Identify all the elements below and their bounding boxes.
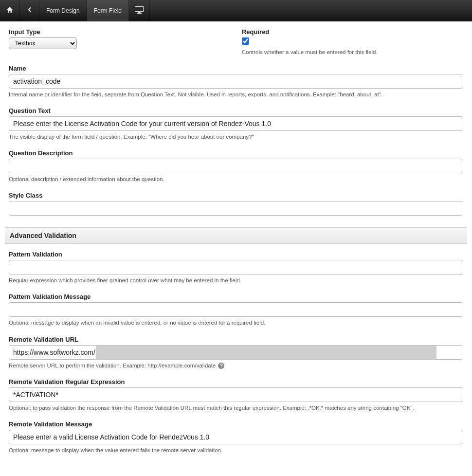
pattern-msg-label: Pattern Validation Message xyxy=(9,293,463,300)
advanced-validation-header: Advanced Validation xyxy=(5,227,467,244)
chevron-left-icon xyxy=(26,6,33,15)
help-icon[interactable]: ? xyxy=(218,363,224,369)
monitor-icon xyxy=(135,6,144,15)
name-input[interactable] xyxy=(9,74,463,89)
remote-regex-help: Optional: to pass validation the respons… xyxy=(9,404,463,412)
name-help: Internal name or identifier for the fiel… xyxy=(9,91,463,98)
remote-msg-label: Remote Validation Message xyxy=(9,421,463,428)
remote-msg-help: Optional message to display when the val… xyxy=(9,446,463,454)
name-label: Name xyxy=(9,65,463,72)
input-type-select[interactable]: Textbox xyxy=(9,37,77,49)
topbar: Form Design Form Field xyxy=(0,0,472,21)
question-text-label: Question Text xyxy=(9,107,463,114)
style-class-input[interactable] xyxy=(9,201,463,216)
input-type-label: Input Type xyxy=(9,28,222,36)
tab-label: Form Field xyxy=(94,7,122,14)
question-desc-input[interactable] xyxy=(9,159,463,173)
question-desc-help: Optional description / extended informat… xyxy=(9,175,463,183)
question-desc-label: Question Description xyxy=(9,149,463,157)
pattern-input[interactable] xyxy=(9,260,463,275)
remote-url-label: Remote Validation URL xyxy=(9,336,463,343)
question-text-input[interactable] xyxy=(9,116,463,131)
form-field-editor: Input Type Textbox Required Controls whe… xyxy=(0,21,472,476)
required-checkbox[interactable] xyxy=(242,37,249,45)
question-text-help: The visible display of the form field / … xyxy=(9,133,463,141)
preview-button[interactable] xyxy=(129,0,150,21)
remote-url-input[interactable] xyxy=(9,345,463,360)
required-label: Required xyxy=(242,28,463,36)
remote-url-help: Remote server URL to perform the validat… xyxy=(9,362,463,369)
required-help: Controls whether a value must be entered… xyxy=(242,48,463,56)
pattern-help: Regular expression which provides finer … xyxy=(9,276,463,284)
home-button[interactable] xyxy=(0,0,20,21)
remote-msg-input[interactable] xyxy=(9,430,463,444)
pattern-msg-input[interactable] xyxy=(9,302,463,317)
pattern-label: Pattern Validation xyxy=(9,251,463,258)
back-button[interactable] xyxy=(20,0,39,21)
tab-form-field[interactable]: Form Field xyxy=(87,0,129,21)
style-class-label: Style Class xyxy=(9,192,463,199)
tab-label: Form Design xyxy=(46,7,80,14)
remote-regex-label: Remote Validation Regular Expression xyxy=(9,378,463,385)
home-icon xyxy=(6,6,14,15)
tab-form-design[interactable]: Form Design xyxy=(39,0,87,21)
pattern-msg-help: Optional message to display when an inva… xyxy=(9,319,463,327)
remote-regex-input[interactable] xyxy=(9,387,463,402)
